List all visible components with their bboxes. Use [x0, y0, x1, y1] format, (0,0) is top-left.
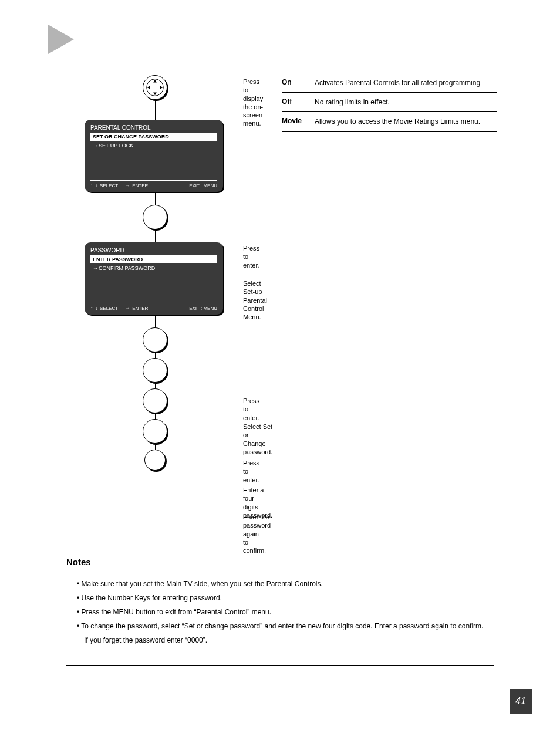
- menu1-footer-enter: ENTER: [132, 183, 148, 188]
- step-3-label: Select Set-up Parental Control Menu.: [243, 279, 267, 321]
- notes-line: • Make sure that you set the Main TV sid…: [77, 579, 484, 589]
- definition-text: No rating limits in effect.: [315, 97, 390, 107]
- menu1-item: →SET UP LOCK: [90, 141, 217, 150]
- menu2-footer: ↑↓ SELECT → ENTER EXIT : MENU: [90, 305, 217, 311]
- notes-line: • Press the MENU button to exit from “Pa…: [77, 607, 484, 617]
- menu2-title: PASSWORD: [90, 247, 217, 254]
- svg-marker-6: [150, 214, 157, 220]
- definition-row: Movie Allows you to access the Movie Rat…: [282, 111, 497, 131]
- menu1-highlight: SET OR CHANGE PASSWORD: [90, 133, 217, 141]
- definition-text: Activates Parental Controls for all rate…: [315, 78, 480, 87]
- step-6-circle: [143, 388, 167, 413]
- menu1-title: PARENTAL CONTROL: [90, 124, 217, 131]
- notes-line: • To change the password, select “Set or…: [77, 621, 484, 631]
- step-2-label: Press to enter.: [243, 244, 259, 269]
- definition-row: On Activates Parental Controls for all r…: [282, 73, 497, 92]
- step-5-circle: [143, 358, 167, 383]
- menu1-footer-select: SELECT: [100, 183, 118, 188]
- notes-line: If you forget the password enter “0000”.: [84, 635, 484, 645]
- joystick-icon: [143, 75, 167, 100]
- step-1-label: Press to display the on-screen menu.: [243, 77, 263, 128]
- flow-diagram: Press to display the on-screen menu. PAR…: [85, 75, 225, 471]
- arrow-right-icon: [150, 214, 160, 220]
- step-2-circle: [143, 205, 167, 229]
- menu2-footer-exit: EXIT : MENU: [189, 306, 217, 311]
- step-7-circle: 0-9: [143, 419, 167, 444]
- definitions-list: On Activates Parental Controls for all r…: [282, 73, 497, 132]
- menu1-item-label: SET UP LOCK: [99, 143, 133, 148]
- step-5-label: Select Set or Change password.: [243, 423, 272, 456]
- menu-panel-password: PASSWORD ENTER PASSWORD →CONFIRM PASSWOR…: [85, 242, 223, 315]
- section-title: Parental Control: [81, 32, 218, 52]
- page-number-tab: 41: [510, 689, 532, 714]
- svg-marker-10: [150, 398, 157, 404]
- arrow-right-icon: [150, 398, 160, 404]
- play-triangle-icon: [48, 25, 77, 54]
- notes-body: • Make sure that you set the Main TV sid…: [77, 579, 484, 645]
- menu2-footer-select: SELECT: [100, 306, 118, 311]
- step-4-circle: [143, 327, 167, 352]
- menu2-footer-enter: ENTER: [132, 306, 148, 311]
- menu2-highlight: ENTER PASSWORD: [90, 255, 217, 263]
- svg-marker-9: [152, 371, 158, 375]
- step-8-circle: 0-9: [144, 450, 166, 471]
- menu2-item-label: CONFIRM PASSWORD: [99, 265, 155, 271]
- svg-marker-7: [150, 337, 157, 343]
- definition-label: Movie: [282, 117, 315, 126]
- svg-marker-0: [48, 25, 74, 54]
- menu1-footer: ↑↓ SELECT → ENTER EXIT : MENU: [90, 182, 217, 188]
- menu1-footer-exit: EXIT : MENU: [189, 183, 217, 188]
- svg-marker-8: [152, 366, 158, 369]
- notes-line: • Use the Number Keys for entering passw…: [77, 593, 484, 603]
- definition-label: On: [282, 78, 315, 87]
- definition-row: Off No rating limits in effect.: [282, 92, 497, 111]
- notes-box: Notes • Make sure that you set the Main …: [66, 563, 494, 666]
- step-6-label: Press to enter.: [243, 459, 259, 484]
- arrow-right-icon: [150, 337, 160, 343]
- definition-text: Allows you to access the Movie Ratings L…: [315, 117, 480, 126]
- definition-label: Off: [282, 97, 315, 107]
- step-4-label: Press to enter.: [243, 397, 259, 422]
- arrows-up-down-icon: [152, 366, 158, 375]
- menu2-item: →CONFIRM PASSWORD: [90, 264, 217, 272]
- menu-panel-parental-control: PARENTAL CONTROL SET OR CHANGE PASSWORD …: [85, 120, 223, 192]
- step-8-label: Enter the password again to confirm.: [243, 513, 271, 555]
